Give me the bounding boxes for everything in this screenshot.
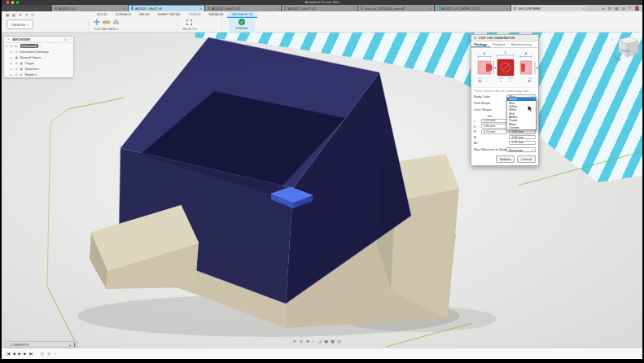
pan-icon[interactable]: ✥: [306, 339, 309, 343]
base-left-terminal[interactable]: [90, 206, 198, 288]
visibility-eye-icon[interactable]: ⊙: [15, 72, 20, 77]
package-generator-icon[interactable]: [112, 19, 120, 26]
step-back-icon[interactable]: ◀: [13, 352, 15, 356]
browser-item-named-views[interactable]: ▸ ▦ Named Views: [4, 55, 73, 60]
file-menu-icon[interactable]: ▤: [12, 13, 15, 17]
tab-surface[interactable]: SURFACE: [112, 11, 136, 18]
design-file-icon: [208, 7, 210, 9]
job-status-icon[interactable]: ◍: [615, 6, 618, 11]
expand-arrow-icon[interactable]: ▸: [11, 50, 14, 54]
dim-label: D: [505, 51, 507, 55]
map-silkscreen-select[interactable]: Maximum ▾: [506, 147, 536, 152]
max-value-field[interactable]: 0.80 mm: [509, 135, 536, 140]
workspace-switcher[interactable]: DESIGN ▾: [7, 20, 33, 29]
close-tab-icon[interactable]: ×: [124, 7, 125, 11]
cancel-button[interactable]: Cancel: [517, 155, 536, 163]
viewports-icon[interactable]: ◫▾: [337, 339, 340, 343]
document-tab[interactable]: AU2021_v8a07 v11 ×: [282, 5, 357, 11]
fit-icon[interactable]: ❏: [318, 339, 321, 343]
close-tab-icon[interactable]: ×: [583, 7, 585, 11]
close-tab-icon[interactable]: ×: [200, 7, 202, 11]
browser-item-model[interactable]: ▸ ⊙ ■ Model 1: [4, 72, 73, 77]
sync-icon[interactable]: ⟳: [608, 6, 611, 11]
go-to-end-icon[interactable]: ▶|: [29, 352, 33, 356]
select-tool-icon[interactable]: [186, 19, 193, 26]
expand-comments-icon[interactable]: ▴: [69, 343, 71, 347]
close-tab-icon[interactable]: ×: [430, 7, 432, 11]
tab-manage[interactable]: MANAGE: [204, 11, 227, 18]
tab-manufacturing[interactable]: Manufacturing: [508, 42, 534, 47]
visibility-eye-icon[interactable]: ⊙: [11, 44, 15, 48]
save-icon[interactable]: ▼: [19, 13, 23, 17]
document-tab[interactable]: AU2021 v13 ×: [52, 5, 128, 11]
look-at-icon[interactable]: ◎: [300, 339, 303, 343]
design-file-icon: [131, 7, 134, 9]
data-panel-icon[interactable]: ▦: [6, 13, 9, 17]
zoom-icon[interactable]: ⌕: [313, 339, 315, 343]
dialog-titlebar[interactable]: ✥ CHIP LED GENERATOR: [471, 35, 538, 42]
3d-model-scene[interactable]: [2, 33, 642, 348]
comments-panel[interactable]: COMMENTS ▴ ▐: [5, 341, 78, 348]
document-tab[interactable]: AU2021_v9_LM09F_2 v22 ×: [435, 5, 510, 11]
document-tab[interactable]: AU2021_v8a07 v13 ×: [205, 5, 281, 11]
tab-sheet-metal[interactable]: SHEET METAL: [153, 11, 185, 18]
dimension-row-A1: A1 0.25 mm: [471, 141, 538, 146]
close-tab-icon[interactable]: ×: [277, 7, 278, 11]
play-icon[interactable]: ▶: [18, 352, 20, 356]
tab-footprint[interactable]: Footprint: [490, 42, 508, 47]
close-tab-icon[interactable]: ×: [506, 7, 508, 11]
collapse-browser-icon[interactable]: «: [8, 38, 10, 42]
visibility-filter-icon[interactable]: ⊙: [64, 37, 66, 42]
undo-icon[interactable]: ↶: [25, 13, 28, 17]
finish-package-button[interactable]: ✓ FINISH▾: [229, 18, 255, 32]
expand-arrow-icon[interactable]: ▸: [11, 73, 14, 77]
browser-item-document-settings[interactable]: ▸ ⚙ Document Settings: [4, 49, 73, 55]
step-forward-icon[interactable]: ▶: [24, 352, 26, 356]
comments-menu-icon[interactable]: ▐: [72, 343, 75, 347]
tab-package[interactable]: Package: [471, 42, 490, 47]
display-settings-icon[interactable]: ▣▾: [324, 339, 327, 343]
tab-tools[interactable]: TOOLS: [185, 11, 204, 18]
browser-root-item[interactable]: ▾ ⊙ ■ (Unsaved) +: [4, 43, 73, 49]
grid-display-icon[interactable]: ▦▾: [331, 339, 334, 343]
document-tab[interactable]: alice_id_20210114_acm v6* ×: [358, 5, 434, 11]
view-cube[interactable]: ⌂ FRONT: [609, 34, 643, 68]
min-value-field[interactable]: 1.60 mm: [481, 124, 508, 129]
tab-solid[interactable]: SOLID: [93, 11, 112, 18]
close-tab-icon[interactable]: ×: [353, 7, 355, 11]
move-component-icon[interactable]: [93, 19, 100, 26]
visibility-eye-icon[interactable]: ⊙: [15, 67, 20, 71]
document-tab[interactable]: AU2021_v8a07 v8 ×: [129, 5, 204, 11]
visibility-eye-icon[interactable]: ⊙: [15, 61, 20, 65]
expand-arrow-icon[interactable]: ▾: [6, 45, 9, 48]
rollback-icon[interactable]: ▦: [41, 352, 44, 356]
expand-arrow-icon[interactable]: ▸: [11, 68, 14, 71]
update-button[interactable]: Update: [496, 155, 515, 163]
document-tab-active[interactable]: LEDCUSTNEW ×: [511, 5, 587, 11]
account-avatar[interactable]: [635, 6, 640, 11]
max-value-field[interactable]: 0.25 mm: [509, 141, 536, 146]
dropdown-option[interactable]: Custom: [507, 126, 536, 129]
redo-icon[interactable]: ↷: [31, 13, 34, 17]
home-icon[interactable]: ⌂: [611, 37, 614, 42]
browser-item-origin[interactable]: ▸ ⊙ ▦ Origin: [4, 60, 73, 66]
measure-icon[interactable]: [103, 19, 110, 26]
new-tab-icon[interactable]: +: [602, 6, 605, 11]
expand-arrow-icon[interactable]: ▸: [11, 56, 14, 59]
browser-item-sketches[interactable]: ▸ ⊙ ▦ Sketches: [4, 66, 73, 72]
expand-arrow-icon[interactable]: ▸: [11, 62, 14, 65]
go-to-start-icon[interactable]: |◀: [7, 352, 10, 356]
drag-handle-icon[interactable]: ✥: [474, 36, 476, 40]
orbit-icon[interactable]: ⟳: [293, 339, 296, 343]
help-icon[interactable]: ?: [629, 6, 631, 11]
3d-viewport[interactable]: ⌂ FRONT ⟳ ◎ ✥ ⌕ ❏ ▣▾ ▦▾ ◫▾ COMMENTS ▴: [2, 33, 642, 348]
panel-menu-icon[interactable]: ⋮: [68, 37, 72, 42]
min-value-field[interactable]: 0.25 mm: [481, 119, 508, 124]
min-value-field[interactable]: 0.70 mm: [481, 129, 508, 134]
publish-icon[interactable]: ⟳: [54, 352, 57, 356]
tab-package-3d[interactable]: PACKAGE 3D: [227, 11, 256, 18]
group-icon[interactable]: ▣: [47, 352, 50, 356]
tab-mesh[interactable]: MESH: [135, 11, 153, 18]
add-icon[interactable]: +: [39, 44, 41, 48]
notifications-icon[interactable]: ◎: [622, 6, 625, 11]
